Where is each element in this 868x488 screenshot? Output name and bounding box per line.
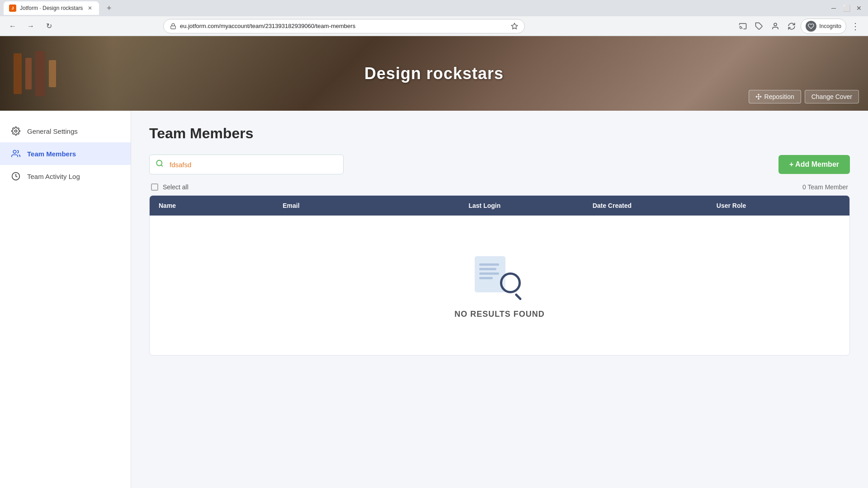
svg-point-6 [13, 150, 16, 154]
svg-marker-1 [511, 23, 517, 29]
sidebar-label-general-settings: General Settings [27, 127, 78, 135]
lock-icon [170, 23, 176, 29]
url-text: eu.jotform.com/myaccount/team/2313931829… [180, 23, 507, 29]
svg-point-5 [15, 130, 17, 132]
back-button[interactable]: ← [5, 19, 20, 33]
table-col-user-role: User Role [717, 202, 840, 209]
search-row: + Add Member [149, 155, 850, 174]
main-content: Team Members + Add Member Select all [131, 111, 868, 488]
gear-icon [11, 126, 21, 136]
cover-banner: Design rockstars Reposition Change Cover [0, 36, 868, 111]
sidebar-item-team-activity-log[interactable]: Team Activity Log [0, 165, 131, 188]
change-cover-button[interactable]: Change Cover [805, 90, 859, 103]
forward-button[interactable]: → [24, 19, 38, 33]
window-controls: ─ ⬜ ✕ [828, 3, 864, 14]
browser-chrome: J Jotform · Design rockstars ✕ + ─ ⬜ ✕ ←… [0, 0, 868, 36]
new-tab-button[interactable]: + [103, 2, 115, 14]
sidebar-label-team-activity-log: Team Activity Log [27, 173, 80, 180]
svg-rect-0 [171, 26, 176, 28]
reposition-button[interactable]: Reposition [749, 90, 801, 103]
select-all-label: Select all [163, 183, 189, 191]
maximize-button[interactable]: ⬜ [841, 3, 852, 14]
browser-tab[interactable]: J Jotform · Design rockstars ✕ [4, 1, 99, 15]
search-box [149, 155, 344, 174]
page-content: Design rockstars Reposition Change Cover… [0, 36, 868, 488]
member-count: 0 Team Member [802, 183, 848, 191]
clock-icon [11, 171, 21, 181]
sidebar-item-general-settings[interactable]: General Settings [0, 120, 131, 142]
members-table: Name Email Last Login Date Created User … [149, 195, 850, 356]
cast-icon[interactable] [736, 19, 750, 33]
incognito-label: Incognito [819, 23, 841, 29]
menu-icon[interactable]: ⋮ [848, 19, 863, 33]
sidebar-label-team-members: Team Members [27, 150, 76, 158]
tab-close-button[interactable]: ✕ [86, 5, 94, 12]
sidebar-item-team-members[interactable]: Team Members [0, 142, 131, 165]
close-button[interactable]: ✕ [854, 3, 864, 14]
main-layout: General Settings Team Members Team Activ… [0, 111, 868, 488]
table-col-last-login: Last Login [468, 202, 592, 209]
users-icon [11, 149, 21, 159]
empty-state-text: NO RESULTS FOUND [454, 310, 545, 319]
refresh-button[interactable]: ↻ [42, 19, 56, 33]
svg-point-8 [156, 160, 162, 166]
add-member-label: + Add Member [789, 160, 839, 169]
incognito-avatar [806, 21, 816, 32]
table-col-email: Email [283, 202, 468, 209]
page-title: Team Members [149, 125, 850, 142]
minimize-button[interactable]: ─ [828, 3, 839, 14]
table-col-name: Name [159, 202, 283, 209]
svg-line-9 [161, 165, 162, 166]
reposition-icon [755, 94, 762, 100]
cover-actions: Reposition Change Cover [749, 90, 859, 103]
browser-toolbar: ← → ↻ eu.jotform.com/myaccount/team/2313… [0, 16, 868, 36]
cover-title: Design rockstars [364, 64, 504, 83]
select-all-wrap: Select all [151, 183, 189, 191]
sync-icon[interactable] [784, 19, 799, 33]
table-header: Name Email Last Login Date Created User … [150, 196, 849, 216]
search-icon [156, 160, 164, 170]
search-input[interactable] [149, 155, 344, 174]
select-all-row: Select all 0 Team Member [149, 183, 850, 191]
toolbar-icons: Incognito ⋮ [736, 19, 863, 34]
tab-favicon: J [9, 5, 16, 12]
incognito-button[interactable]: Incognito [801, 19, 846, 34]
cover-overlay: Design rockstars [0, 36, 868, 111]
add-member-button[interactable]: + Add Member [778, 155, 850, 174]
extensions-icon[interactable] [752, 19, 766, 33]
sidebar: General Settings Team Members Team Activ… [0, 111, 131, 488]
browser-titlebar: J Jotform · Design rockstars ✕ + ─ ⬜ ✕ [0, 0, 868, 16]
address-bar[interactable]: eu.jotform.com/myaccount/team/2313931829… [163, 19, 525, 33]
table-col-date-created: Date Created [593, 202, 717, 209]
star-icon[interactable] [511, 23, 518, 30]
profile-icon[interactable] [768, 19, 783, 33]
empty-state-icon [475, 252, 524, 297]
empty-state: NO RESULTS FOUND [150, 216, 849, 355]
svg-point-4 [774, 23, 777, 26]
tab-title: Jotform · Design rockstars [20, 5, 83, 11]
select-all-checkbox[interactable] [151, 183, 158, 191]
